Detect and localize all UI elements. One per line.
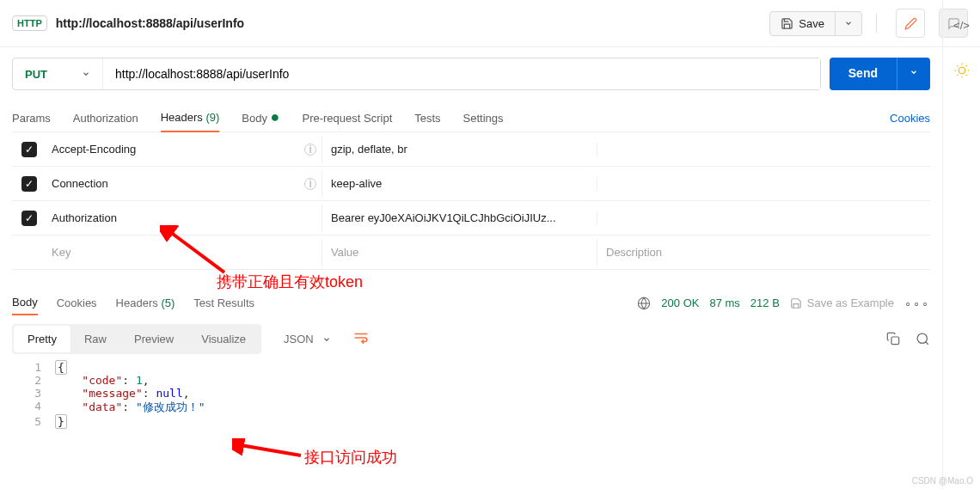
svg-line-7 (957, 75, 958, 76)
annotation-arrow-icon (232, 438, 305, 462)
send-button-group: Send (830, 58, 930, 90)
info-icon[interactable]: i (304, 178, 316, 190)
status-code: 200 OK (661, 296, 699, 309)
svg-point-0 (959, 67, 965, 74)
tab-authorization[interactable]: Authorization (73, 105, 138, 131)
header-desc-placeholder[interactable]: Description (597, 239, 930, 266)
header-key: Authorization (52, 211, 117, 224)
rtab-headers-label: Headers (116, 296, 158, 309)
tab-headers-label: Headers (161, 111, 203, 124)
rtab-cookies[interactable]: Cookies (57, 291, 97, 315)
send-dropdown[interactable] (897, 58, 930, 90)
method-value: PUT (25, 68, 47, 81)
save-dropdown[interactable] (836, 12, 861, 35)
svg-line-3 (957, 65, 958, 66)
format-value: JSON (284, 333, 314, 345)
tab-prerequest[interactable]: Pre-request Script (302, 105, 392, 131)
tab-headers[interactable]: Headers (9) (161, 104, 220, 132)
svg-line-14 (926, 342, 928, 345)
tab-body-label: Body (242, 112, 267, 125)
line-number: 2 (12, 374, 55, 387)
info-icon[interactable]: i (304, 144, 316, 156)
table-row[interactable]: ✓ Authorization Bearer eyJ0eXAiOiJKV1QiL… (12, 201, 930, 235)
line-number: 3 (12, 387, 55, 400)
checkbox-checked[interactable]: ✓ (21, 176, 37, 192)
page-title: http://localhost:8888/api/userInfo (56, 16, 762, 30)
save-label: Save (799, 17, 824, 30)
globe-icon[interactable] (637, 296, 651, 310)
search-icon[interactable] (916, 332, 930, 346)
header-value-placeholder[interactable]: Value (322, 239, 597, 266)
format-select[interactable]: JSON (275, 327, 340, 351)
edit-button[interactable] (896, 9, 925, 38)
wrap-button[interactable] (348, 327, 374, 351)
json-value: null (156, 387, 182, 400)
wrap-icon (353, 332, 369, 344)
header-value: gzip, deflate, br (322, 136, 597, 162)
cookies-link[interactable]: Cookies (890, 112, 930, 125)
header-value: Bearer eyJ0eXAiOiJKV1QiLCJhbGciOiJIUz... (322, 205, 597, 231)
copy-icon[interactable] (886, 332, 900, 345)
view-preview[interactable]: Preview (120, 326, 187, 352)
chevron-down-icon (82, 70, 90, 78)
svg-rect-12 (891, 337, 899, 345)
url-input[interactable] (103, 58, 820, 89)
tab-tests[interactable]: Tests (414, 105, 440, 131)
save-button[interactable]: Save (770, 12, 836, 35)
checkbox-checked[interactable]: ✓ (21, 211, 37, 226)
right-sidebar: </> (942, 0, 980, 489)
json-value: 1 (136, 374, 143, 387)
request-tabs: Params Authorization Headers (9) Body ● … (12, 104, 930, 132)
checkbox-checked[interactable]: ✓ (21, 142, 37, 157)
brace-open: { (55, 360, 67, 375)
rtab-headers-count: (5) (161, 296, 175, 309)
view-raw[interactable]: Raw (70, 326, 120, 352)
annotation-text: 携带正确且有效token (217, 272, 363, 292)
header-value: keep-alive (322, 170, 597, 197)
method-url-bar: PUT (12, 58, 821, 90)
more-button[interactable]: ∘∘∘ (904, 296, 930, 309)
json-key: "data" (82, 400, 122, 413)
headers-table: ✓ Accept-Encodingi gzip, deflate, br ✓ C… (12, 132, 930, 270)
view-visualize[interactable]: Visualize (187, 326, 260, 352)
line-number: 4 (12, 400, 55, 415)
send-button[interactable]: Send (830, 58, 897, 90)
table-row[interactable]: Key Value Description (12, 235, 930, 270)
annotation-arrow-icon (160, 225, 229, 277)
idea-icon[interactable] (954, 63, 970, 78)
status-time: 87 ms (709, 296, 739, 309)
chevron-down-icon (844, 19, 853, 28)
save-example-button[interactable]: Save as Example (790, 296, 894, 309)
code-icon[interactable]: </> (953, 19, 970, 32)
header-desc (597, 143, 930, 156)
divider (876, 14, 877, 33)
body-modified-dot: ● (271, 108, 280, 125)
tab-params[interactable]: Params (12, 105, 51, 131)
chevron-down-icon (322, 335, 331, 344)
pencil-icon (904, 17, 917, 30)
annotation-text: 接口访问成功 (304, 447, 397, 468)
table-row[interactable]: ✓ Accept-Encodingi gzip, deflate, br (12, 132, 930, 167)
table-row[interactable]: ✓ Connectioni keep-alive (12, 167, 930, 201)
view-pretty[interactable]: Pretty (14, 326, 70, 352)
save-example-label: Save as Example (807, 296, 894, 309)
method-select[interactable]: PUT (13, 58, 103, 89)
json-key: "code" (82, 374, 122, 387)
rtab-headers[interactable]: Headers (5) (116, 291, 175, 315)
header-desc (597, 177, 930, 191)
save-button-group: Save (769, 11, 862, 36)
svg-line-16 (170, 232, 224, 272)
view-options: Pretty Raw Preview Visualize JSON (12, 324, 930, 354)
rtab-body[interactable]: Body (12, 290, 38, 315)
svg-line-18 (241, 445, 301, 455)
brace-close: } (55, 414, 67, 429)
rtab-testresults[interactable]: Test Results (193, 291, 254, 315)
tab-headers-count: (9) (205, 111, 219, 124)
response-body[interactable]: 1{ 2 "code": 1, 3 "message": null, 4 "da… (12, 361, 930, 428)
header-key: Connection (52, 177, 108, 190)
tab-settings[interactable]: Settings (463, 105, 504, 131)
status-size: 212 B (750, 296, 780, 309)
response-tabs: Body Cookies Headers (5) Test Results 20… (12, 290, 930, 315)
tab-body[interactable]: Body ● (242, 105, 279, 131)
json-value: "修改成功！" (136, 400, 205, 413)
